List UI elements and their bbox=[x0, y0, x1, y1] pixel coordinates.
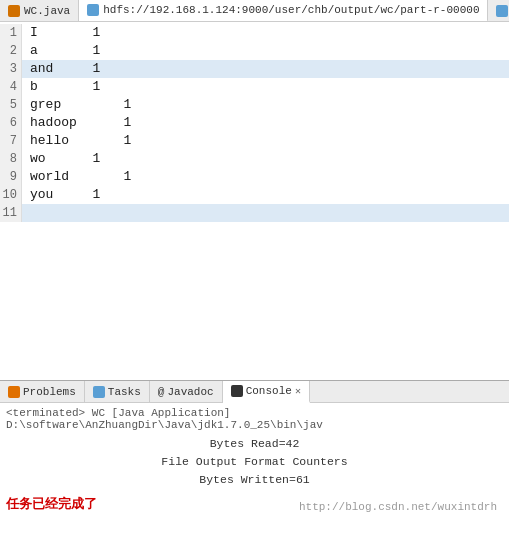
tab-javadoc[interactable]: @ Javadoc bbox=[150, 381, 223, 402]
line-content: b 1 bbox=[22, 78, 100, 96]
java-file-icon bbox=[8, 5, 20, 17]
line-number: 5 bbox=[0, 96, 22, 114]
watermark-text: http://blog.csdn.net/wuxintdrh bbox=[299, 501, 503, 513]
console-bytes-written: Bytes Written=61 bbox=[6, 471, 503, 489]
tab-tasks[interactable]: Tasks bbox=[85, 381, 150, 402]
bottom-tab-bar: Problems Tasks @ Javadoc Console ✕ bbox=[0, 381, 509, 403]
line-content: world 1 bbox=[22, 168, 131, 186]
line-number: 3 bbox=[0, 60, 22, 78]
editor-line: 2a 1 bbox=[0, 42, 509, 60]
line-content: a 1 bbox=[22, 42, 100, 60]
console-terminated-line: <terminated> WC [Java Application] D:\so… bbox=[6, 407, 503, 431]
console-close-icon[interactable]: ✕ bbox=[295, 385, 301, 397]
javadoc-at-icon: @ bbox=[158, 386, 165, 398]
console-bytes-read: Bytes Read=42 bbox=[6, 435, 503, 453]
editor-line: 6hadoop 1 bbox=[0, 114, 509, 132]
editor-tab-bar: WC.java hdfs://192.168.1.124:9000/user/c… bbox=[0, 0, 509, 22]
editor-line: 5grep 1 bbox=[0, 96, 509, 114]
editor-line: 4b 1 bbox=[0, 78, 509, 96]
console-icon bbox=[231, 385, 243, 397]
tab-wc-java-label: WC.java bbox=[24, 5, 70, 17]
tasks-icon bbox=[93, 386, 105, 398]
tab-wc-java[interactable]: WC.java bbox=[0, 0, 79, 21]
line-number: 1 bbox=[0, 24, 22, 42]
tab-console[interactable]: Console ✕ bbox=[223, 381, 310, 403]
line-content bbox=[22, 204, 30, 222]
line-content: grep 1 bbox=[22, 96, 131, 114]
line-number: 7 bbox=[0, 132, 22, 150]
editor-line: 11 bbox=[0, 204, 509, 222]
tab-hdfs-output[interactable]: hdfs://192.168.1.124:9000/user/chb/outpu… bbox=[79, 0, 488, 22]
editor-content[interactable]: 1I 12a 13and 14b 15grep 16hadoop 17hello… bbox=[0, 22, 509, 380]
tab-javadoc-label: Javadoc bbox=[167, 386, 213, 398]
console-content: <terminated> WC [Java Application] D:\so… bbox=[0, 403, 509, 537]
line-content: hadoop 1 bbox=[22, 114, 131, 132]
editor-line: 1I 1 bbox=[0, 24, 509, 42]
line-content: you 1 bbox=[22, 186, 100, 204]
line-number: 10 bbox=[0, 186, 22, 204]
problems-icon bbox=[8, 386, 20, 398]
editor-line: 9world 1 bbox=[0, 168, 509, 186]
line-number: 6 bbox=[0, 114, 22, 132]
line-content: and 1 bbox=[22, 60, 100, 78]
line-number: 2 bbox=[0, 42, 22, 60]
editor-line: 7hello 1 bbox=[0, 132, 509, 150]
line-content: wo 1 bbox=[22, 150, 100, 168]
tab-hdfs-output-label: hdfs://192.168.1.124:9000/user/chb/outpu… bbox=[103, 4, 479, 16]
line-content: hello 1 bbox=[22, 132, 131, 150]
tab-console-label: Console bbox=[246, 385, 292, 397]
line-number: 8 bbox=[0, 150, 22, 168]
editor-area: 1I 12a 13and 14b 15grep 16hadoop 17hello… bbox=[0, 22, 509, 380]
line-number: 4 bbox=[0, 78, 22, 96]
line-number: 9 bbox=[0, 168, 22, 186]
tab-hdfs-truncated[interactable]: hdfs:// bbox=[488, 0, 509, 21]
task-completed-text: 任务已经完成了 bbox=[6, 495, 97, 513]
tab-tasks-label: Tasks bbox=[108, 386, 141, 398]
console-format-counters: File Output Format Counters bbox=[6, 453, 503, 471]
editor-line: 8wo 1 bbox=[0, 150, 509, 168]
line-content: I 1 bbox=[22, 24, 100, 42]
editor-line: 10you 1 bbox=[0, 186, 509, 204]
line-number: 11 bbox=[0, 204, 22, 222]
tab-problems[interactable]: Problems bbox=[0, 381, 85, 402]
bottom-panel: Problems Tasks @ Javadoc Console ✕ <term… bbox=[0, 380, 509, 537]
hdfs-file-icon bbox=[87, 4, 99, 16]
editor-line: 3and 1 bbox=[0, 60, 509, 78]
tab-problems-label: Problems bbox=[23, 386, 76, 398]
hdfs-file-icon-2 bbox=[496, 5, 508, 17]
